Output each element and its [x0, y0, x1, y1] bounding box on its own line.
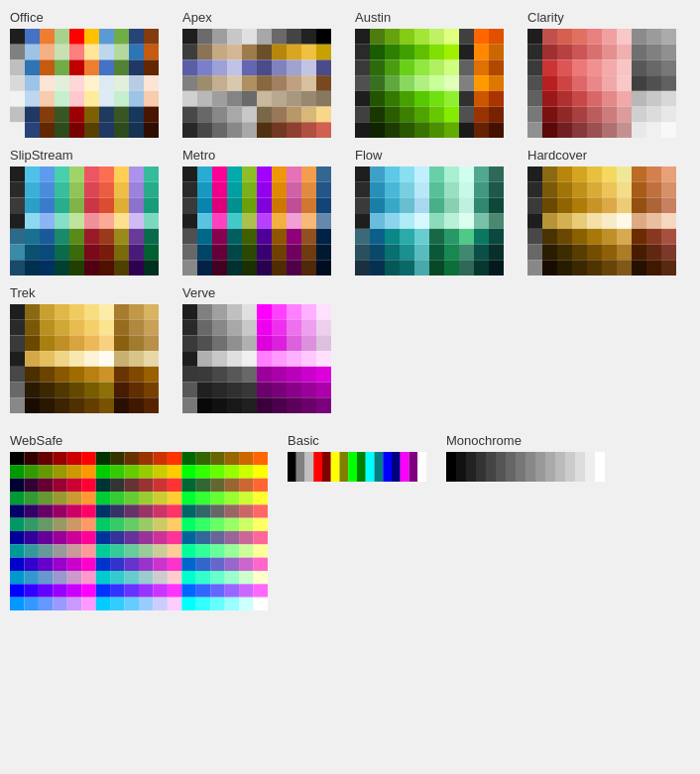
- palette-label-websafe: WebSafe: [10, 433, 268, 448]
- palette-label-office: Office: [10, 10, 173, 25]
- palette-item-clarity[interactable]: Clarity: [527, 10, 690, 138]
- palette-swatch-verve[interactable]: [182, 304, 331, 413]
- palette-item-slipstream[interactable]: SlipStream: [10, 148, 173, 276]
- palette-swatch-hardcover[interactable]: [527, 166, 676, 276]
- palette-swatch-austin[interactable]: [355, 29, 504, 138]
- palette-item-hardcover[interactable]: Hardcover: [527, 148, 690, 276]
- palette-item-apex[interactable]: Apex: [182, 10, 345, 138]
- palette-label-trek: Trek: [10, 285, 173, 300]
- palette-swatch-websafe[interactable]: [10, 452, 268, 610]
- palette-label-slipstream: SlipStream: [10, 148, 173, 163]
- palette-swatch-basic[interactable]: [288, 452, 426, 482]
- palette-label-hardcover: Hardcover: [527, 148, 690, 163]
- palette-swatch-trek[interactable]: [10, 304, 159, 413]
- palette-label-austin: Austin: [355, 10, 518, 25]
- palette-swatch-metro[interactable]: [182, 166, 331, 276]
- palette-swatch-monochrome[interactable]: [446, 452, 605, 482]
- palette-label-verve: Verve: [182, 285, 345, 300]
- palette-swatch-flow[interactable]: [355, 166, 504, 276]
- palette-item-monochrome[interactable]: Monochrome: [446, 433, 605, 482]
- bottom-section: WebSafe Basic Monochrome: [10, 433, 690, 610]
- palette-item-verve[interactable]: Verve: [182, 285, 345, 413]
- palette-label-apex: Apex: [182, 10, 345, 25]
- palette-item-trek[interactable]: Trek: [10, 285, 173, 413]
- palette-label-clarity: Clarity: [527, 10, 690, 25]
- palette-item-basic[interactable]: Basic: [288, 433, 426, 482]
- palette-label-monochrome: Monochrome: [446, 433, 605, 448]
- palette-grid: Office Apex Austin Clarity SlipStream Me…: [10, 10, 690, 413]
- palette-item-flow[interactable]: Flow: [355, 148, 518, 276]
- palette-item-office[interactable]: Office: [10, 10, 173, 138]
- palette-item-austin[interactable]: Austin: [355, 10, 518, 138]
- palette-label-metro: Metro: [182, 148, 345, 163]
- palette-item-metro[interactable]: Metro: [182, 148, 345, 276]
- palette-label-basic: Basic: [288, 433, 426, 448]
- palette-swatch-clarity[interactable]: [527, 29, 676, 138]
- palette-swatch-slipstream[interactable]: [10, 166, 159, 276]
- palette-label-flow: Flow: [355, 148, 518, 163]
- palette-swatch-office[interactable]: [10, 29, 159, 138]
- palette-swatch-apex[interactable]: [182, 29, 331, 138]
- palette-item-websafe[interactable]: WebSafe: [10, 433, 268, 610]
